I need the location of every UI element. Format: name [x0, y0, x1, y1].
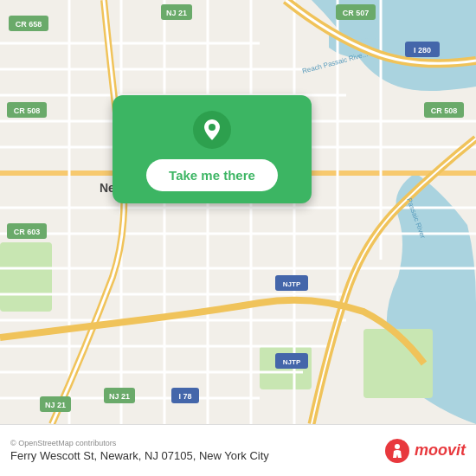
svg-text:CR 603: CR 603	[14, 228, 41, 236]
svg-text:I 280: I 280	[414, 46, 431, 55]
pin-icon	[193, 111, 231, 149]
location-card: Take me there	[113, 95, 312, 203]
map-container: CR 658 NJ 21 CR 508 CR 603 NJ 21 CR 507 …	[0, 0, 476, 424]
footer: © OpenStreetMap contributors Ferry Wesco…	[0, 424, 476, 476]
moovit-logo: moovit	[385, 439, 466, 463]
osm-credit: © OpenStreetMap contributors	[10, 439, 269, 447]
svg-text:NJTP: NJTP	[283, 280, 301, 288]
moovit-icon	[385, 439, 409, 463]
svg-text:NJTP: NJTP	[283, 358, 301, 366]
svg-point-56	[395, 444, 400, 449]
svg-text:CR 658: CR 658	[16, 20, 42, 29]
svg-text:NJ 21: NJ 21	[166, 9, 187, 17]
footer-left: © OpenStreetMap contributors Ferry Wesco…	[10, 439, 269, 462]
moovit-text: moovit	[415, 441, 466, 460]
svg-text:NJ 21: NJ 21	[45, 401, 66, 409]
svg-text:CR 508: CR 508	[431, 106, 458, 115]
svg-text:CR 507: CR 507	[343, 9, 370, 17]
svg-text:NJ 21: NJ 21	[109, 392, 130, 401]
address-text: Ferry Wescott St, Newark, NJ 07105, New …	[10, 449, 269, 462]
svg-point-54	[209, 124, 215, 131]
svg-text:I 78: I 78	[178, 392, 191, 401]
svg-text:CR 508: CR 508	[14, 106, 41, 115]
svg-rect-1	[0, 242, 52, 312]
take-me-there-button[interactable]: Take me there	[146, 159, 278, 191]
map-svg: CR 658 NJ 21 CR 508 CR 603 NJ 21 CR 507 …	[0, 0, 476, 424]
